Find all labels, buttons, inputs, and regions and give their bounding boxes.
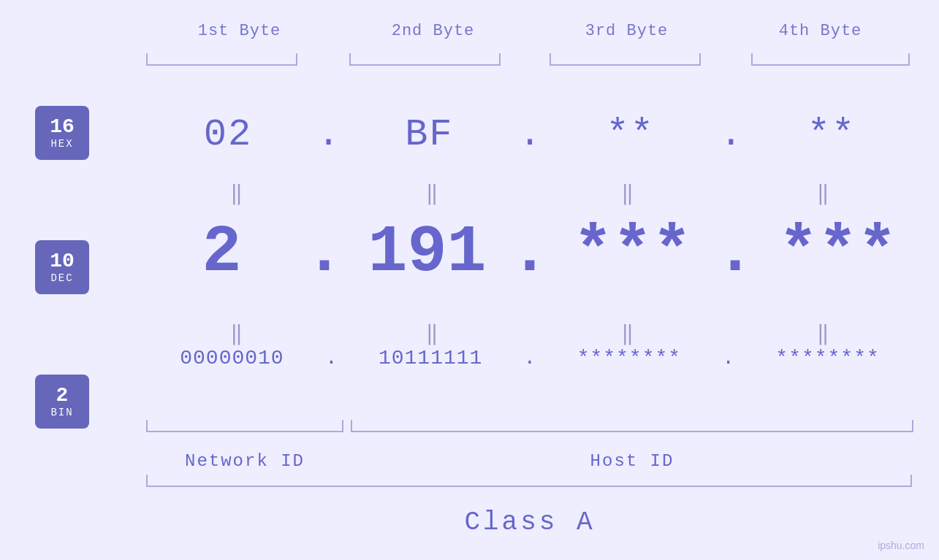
bin-b2: 10111111 (341, 347, 520, 369)
class-bracket (146, 486, 912, 487)
top-bracket-2-right (499, 53, 501, 64)
dec-dot-3: . (712, 220, 759, 285)
dec-num: 10 (50, 250, 75, 273)
host-bracket (351, 431, 913, 432)
top-bracket-2 (349, 64, 501, 66)
bin-dot-1: . (322, 347, 341, 369)
hex-badge: 16 HEX (35, 106, 89, 160)
eq2-b1: ‖ (142, 321, 331, 346)
class-label: Class A (142, 507, 917, 537)
equals-row-2: ‖ ‖ ‖ ‖ (142, 321, 917, 346)
eq2-b3: ‖ (533, 321, 722, 346)
equals-row-1: ‖ ‖ ‖ ‖ (142, 181, 917, 206)
dec-b2: 191 (348, 215, 506, 290)
hex-b2: BF (343, 113, 514, 156)
base-labels: 16 HEX 10 DEC 2 BIN (35, 106, 89, 429)
host-bracket-right (912, 420, 913, 431)
hex-row: 02 . BF . ** . ** (142, 113, 917, 156)
byte2-header: 2nd Byte (336, 22, 530, 40)
byte1-header: 1st Byte (142, 22, 336, 40)
hex-dot-2: . (514, 113, 544, 156)
eq1-b2: ‖ (338, 181, 527, 206)
bin-dot-3: . (718, 347, 738, 369)
byte3-header: 3rd Byte (530, 22, 723, 40)
top-bracket-4-right (908, 53, 910, 64)
bin-row: 00000010 . 10111111 . ******** . *******… (142, 347, 917, 369)
dec-b3: *** (553, 215, 712, 290)
bin-b3: ******** (539, 347, 718, 369)
bin-b1: 00000010 (142, 347, 322, 369)
dec-badge: 10 DEC (35, 240, 89, 294)
eq1-b3: ‖ (533, 181, 722, 206)
hex-num: 16 (50, 116, 75, 139)
hex-dot-1: . (313, 113, 343, 156)
network-bracket-left (146, 420, 148, 431)
hex-label: HEX (50, 138, 73, 150)
bin-b4: ******** (738, 347, 917, 369)
host-id-label: Host ID (347, 451, 917, 471)
top-bracket-1 (146, 64, 297, 66)
hex-b3: ** (545, 113, 716, 156)
top-bracket-3-left (550, 53, 551, 64)
dec-row: 2 . 191 . *** . *** (142, 215, 917, 290)
class-bracket-right (911, 475, 912, 486)
top-bracket-4 (751, 64, 910, 66)
top-bracket-1-left (146, 53, 148, 64)
dec-label: DEC (50, 272, 73, 284)
host-bracket-left (351, 420, 352, 431)
main-container: 1st Byte 2nd Byte 3rd Byte 4th Byte 16 H… (0, 0, 939, 560)
top-bracket-4-left (751, 53, 753, 64)
network-bracket (146, 431, 343, 432)
eq2-b2: ‖ (338, 321, 527, 346)
watermark: ipshu.com (878, 540, 924, 551)
hex-dot-3: . (716, 113, 746, 156)
top-bracket-2-left (349, 53, 351, 64)
eq2-b4: ‖ (729, 321, 918, 346)
bin-num: 2 (56, 385, 69, 407)
byte-headers: 1st Byte 2nd Byte 3rd Byte 4th Byte (142, 22, 917, 40)
top-bracket-3 (550, 64, 701, 66)
bin-dot-2: . (520, 347, 540, 369)
dec-b4: *** (759, 215, 917, 290)
hex-b1: 02 (142, 113, 313, 156)
dec-dot-2: . (506, 220, 553, 285)
top-bracket-1-right (296, 53, 297, 64)
eq1-b1: ‖ (142, 181, 331, 206)
dec-b1: 2 (142, 215, 301, 290)
byte4-header: 4th Byte (723, 22, 917, 40)
eq1-b4: ‖ (729, 181, 918, 206)
dec-dot-1: . (301, 220, 348, 285)
bin-label: BIN (50, 407, 73, 418)
network-id-label: Network ID (142, 451, 347, 471)
class-bracket-left (146, 475, 148, 486)
network-bracket-right (342, 420, 343, 431)
id-labels: Network ID Host ID (142, 451, 917, 471)
hex-b4: ** (746, 113, 917, 156)
top-bracket-3-right (699, 53, 701, 64)
bin-badge: 2 BIN (35, 375, 89, 429)
